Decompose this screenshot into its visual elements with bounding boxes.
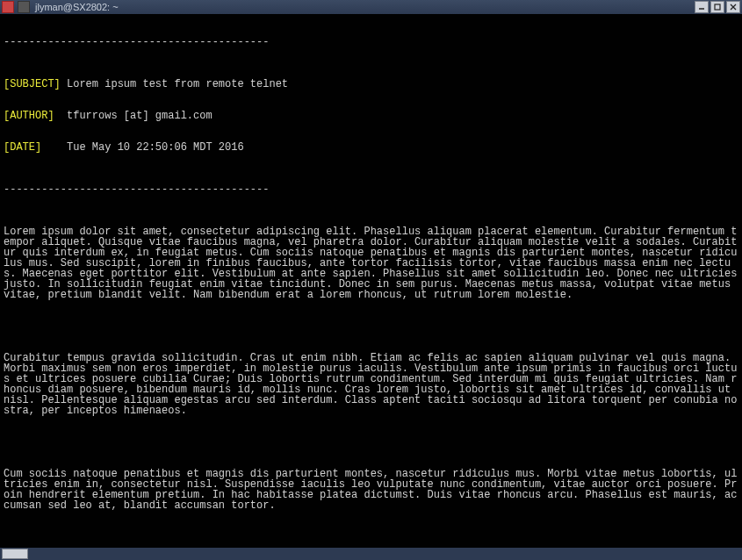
header-subject-row: [SUBJECT] Lorem ipsum test from remote t…	[4, 79, 738, 90]
maximize-button[interactable]	[710, 1, 724, 13]
window-titlebar: jlyman@SX2802: ~	[0, 0, 742, 14]
close-button[interactable]	[726, 1, 740, 13]
divider-after-header: ----------------------------------------…	[4, 184, 738, 195]
minimize-icon	[698, 4, 705, 11]
taskbar[interactable]	[0, 548, 742, 560]
blank-line	[4, 532, 738, 542]
body-paragraph-3: Cum sociis natoque penatibus et magnis d…	[4, 469, 738, 511]
body-paragraph-2: Curabitur tempus gravida sollicitudin. C…	[4, 353, 738, 416]
header-author-row: [AUTHOR] tfurrows [at] gmail.com	[4, 111, 738, 121]
divider-top: ----------------------------------------…	[4, 37, 738, 47]
blank-line	[4, 321, 738, 332]
window-title: jlyman@SX2802: ~	[33, 2, 119, 12]
svg-rect-1	[715, 4, 720, 10]
date-label: [DATE]	[4, 141, 61, 154]
author-value: tfurrows [at] gmail.com	[67, 110, 213, 122]
body-paragraph-1: Lorem ipsum dolor sit amet, consectetur …	[4, 226, 738, 300]
close-icon	[730, 4, 737, 11]
terminal-viewport[interactable]: ----------------------------------------…	[0, 14, 742, 548]
date-value: Tue May 10 22:50:06 MDT 2016	[67, 141, 244, 154]
subject-label: [SUBJECT]	[4, 78, 61, 90]
header-date-row: [DATE] Tue May 10 22:50:06 MDT 2016	[4, 142, 738, 153]
subject-value: Lorem ipsum test from remote telnet	[67, 78, 288, 90]
blank-line	[4, 437, 738, 448]
minimize-button[interactable]	[695, 1, 709, 13]
author-label: [AUTHOR]	[4, 110, 61, 122]
taskbar-button[interactable]	[2, 549, 28, 559]
maximize-icon	[714, 4, 721, 11]
app-icon	[2, 1, 14, 13]
terminal-icon	[18, 1, 30, 13]
